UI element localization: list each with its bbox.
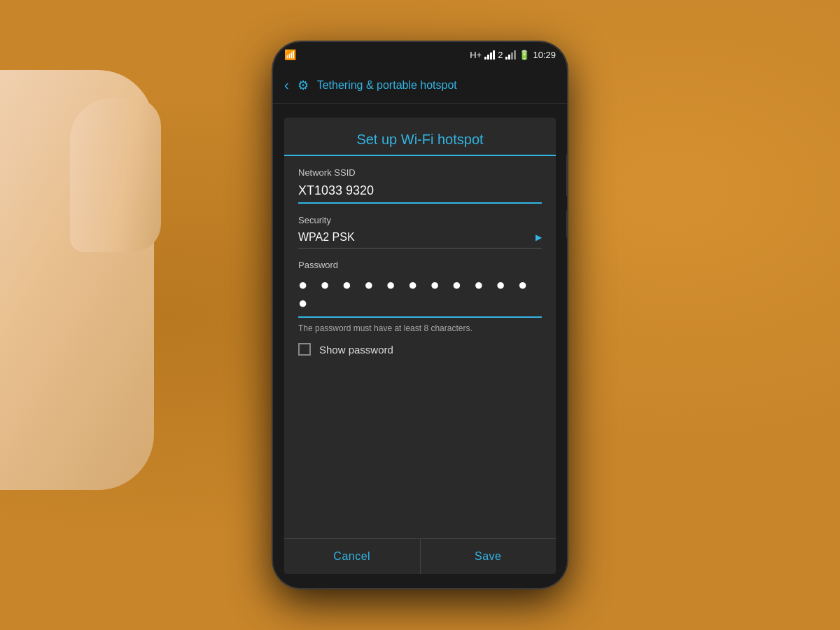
ssid-label: Network SSID [298,167,542,178]
password-field-group: Password ● ● ● ● ● ● ● ● ● ● ● ● The pas… [298,260,542,333]
cancel-button[interactable]: Cancel [284,539,420,574]
back-icon[interactable]: ‹ [284,77,289,93]
dialog-body: Network SSID Security WPA2 PSK ▶ Passwor… [284,156,556,538]
screen-content: Set up Wi-Fi hotspot Network SSID Securi… [273,104,567,588]
hand-graphic [0,70,154,490]
network-type: H+ [470,50,482,60]
security-dropdown[interactable]: WPA2 PSK ▶ [298,228,542,248]
power-button[interactable] [566,154,567,196]
battery-icon: 🔋 [519,50,530,60]
gear-icon: ⚙ [298,78,309,93]
password-hint: The password must have at least 8 charac… [298,323,542,333]
show-password-row: Show password [298,343,542,356]
dropdown-arrow-icon: ▶ [536,232,542,242]
wifi-icon: 📶 [284,49,296,60]
show-password-checkbox[interactable] [298,343,311,356]
wifi-hotspot-dialog: Set up Wi-Fi hotspot Network SSID Securi… [284,118,556,574]
security-value: WPA2 PSK [298,231,355,244]
ssid-field-group: Network SSID [298,167,542,215]
signal-bars-1 [484,50,495,59]
security-label: Security [298,215,542,225]
password-label: Password [298,260,542,270]
status-bar: 📶 H+ 2 🔋 10:29 [273,42,567,67]
show-password-label: Show password [319,344,393,356]
dialog-title-area: Set up Wi-Fi hotspot [284,118,556,156]
phone-device: 📶 H+ 2 🔋 10:29 ‹ ⚙ Tethering & portab [273,42,567,588]
app-bar-title: Tethering & portable hotspot [317,79,556,92]
status-right: H+ 2 🔋 10:29 [470,50,556,60]
signal-bars-2 [505,50,516,59]
volume-button[interactable] [566,210,567,238]
clock: 10:29 [533,50,556,60]
ssid-input[interactable] [298,181,542,204]
security-field-group: Security WPA2 PSK ▶ [298,215,542,248]
dialog-title: Set up Wi-Fi hotspot [356,132,483,147]
app-bar: ‹ ⚙ Tethering & portable hotspot [273,67,567,104]
sim-number: 2 [498,50,503,60]
save-button[interactable]: Save [421,539,556,574]
dialog-actions: Cancel Save [284,538,556,574]
password-dots[interactable]: ● ● ● ● ● ● ● ● ● ● ● ● [298,273,542,318]
hand-finger [70,98,161,252]
